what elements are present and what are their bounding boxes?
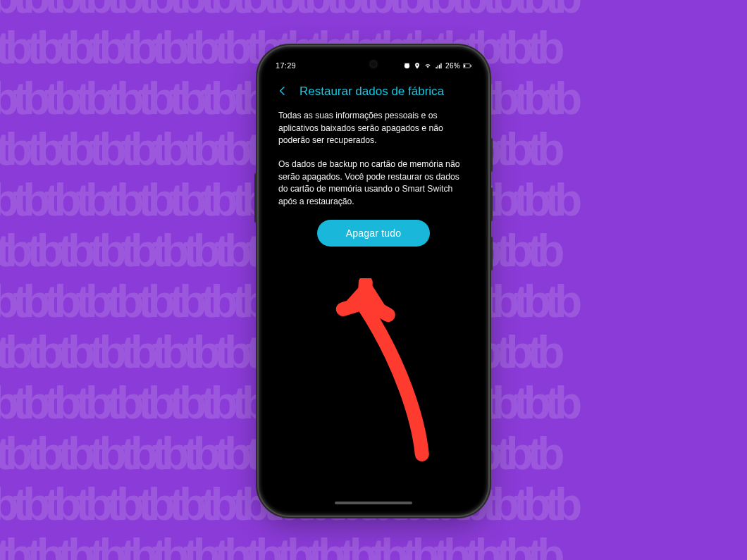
back-button[interactable] xyxy=(273,82,292,101)
page-header: Restaurar dados de fábrica xyxy=(266,75,481,106)
location-icon xyxy=(414,62,421,70)
button-area: Apagar tudo xyxy=(266,220,481,247)
warning-paragraph-1: Todas as suas informações pessoais e os … xyxy=(278,110,469,147)
status-icons: 26% xyxy=(403,62,471,70)
battery-text: 26% xyxy=(445,62,460,70)
battery-icon xyxy=(463,62,471,70)
signal-icon xyxy=(435,62,443,70)
page-background: tbtbtbtbtbtbtbtbtbtbtbtbtbtbtbtbtbtbtbtb… xyxy=(0,0,747,560)
svg-rect-1 xyxy=(464,64,465,67)
gesture-bar[interactable] xyxy=(335,502,412,504)
body-text: Todas as suas informações pessoais e os … xyxy=(266,106,481,209)
status-time: 17:29 xyxy=(276,61,296,70)
page-title: Restaurar dados de fábrica xyxy=(300,85,444,99)
alarm-icon xyxy=(403,62,411,70)
warning-paragraph-2: Os dados de backup no cartão de memória … xyxy=(278,158,469,209)
erase-all-button[interactable]: Apagar tudo xyxy=(317,220,430,247)
camera-hole xyxy=(370,61,377,68)
svg-rect-2 xyxy=(471,65,471,67)
phone-frame: 17:29 26% xyxy=(259,46,488,516)
chevron-left-icon xyxy=(277,85,288,99)
phone-screen: 17:29 26% xyxy=(266,54,481,509)
wifi-icon xyxy=(424,62,432,70)
